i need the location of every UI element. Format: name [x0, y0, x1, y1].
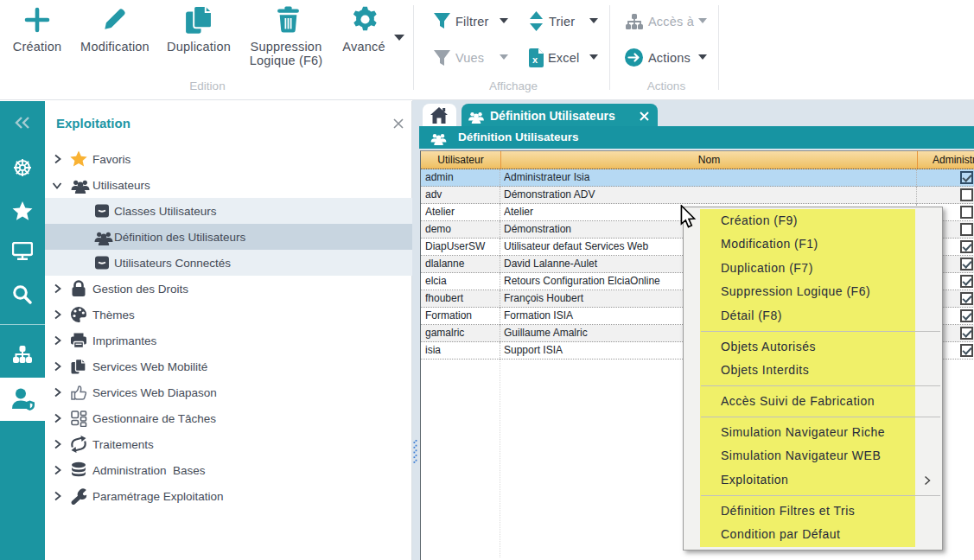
- svg-text:x: x: [532, 54, 538, 65]
